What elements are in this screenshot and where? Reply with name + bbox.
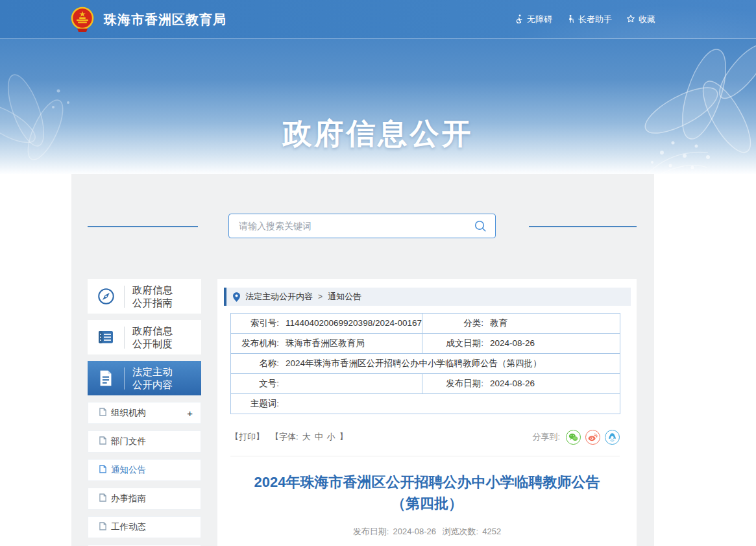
issuing-agency-label: 发布机构: (231, 338, 286, 349)
sub-item-label: 通知公告 (111, 464, 193, 476)
decorative-line-left (88, 226, 198, 227)
meta-views-label: 浏览次数: (443, 527, 479, 536)
elder-assistant-link[interactable]: 长者助手 (567, 14, 612, 25)
document-info-table: 索引号:114404020069920398/2024-00167 分类:教育 … (230, 313, 620, 414)
book-icon (88, 329, 124, 345)
category-label: 分类: (422, 317, 490, 329)
national-emblem-logo (69, 6, 95, 32)
elder-assistant-label: 长者助手 (578, 14, 612, 25)
sidebar-item-system-label: 政府信息 公开制度 (125, 325, 173, 351)
page-icon (99, 493, 106, 504)
sidebar-sub-item-work-updates[interactable]: 工作动态 (88, 516, 201, 538)
sub-item-label: 部门文件 (111, 436, 193, 447)
search-box (228, 214, 496, 238)
name-label: 名称: (231, 358, 286, 369)
sub-item-label: 组织机构 (111, 407, 187, 419)
weibo-icon (588, 433, 598, 441)
main-panel: 政府信息 公开指南 政府信息 公开制度 (71, 174, 654, 546)
sidebar-item-statutory-disclosure[interactable]: 法定主动 公开内容 (88, 361, 201, 395)
search-button[interactable] (473, 219, 487, 233)
print-button[interactable]: 【打印】 (230, 431, 264, 443)
font-small-button[interactable]: 小 (327, 431, 335, 443)
font-size-controls: 【字体: 大 中 小 】 (271, 431, 348, 443)
favorite-link[interactable]: 收藏 (626, 14, 655, 25)
article-toolbar: 【打印】 【字体: 大 中 小 】 分享到: (230, 428, 620, 445)
article-meta: 发布日期:2024-08-26 浏览次数:4252 (217, 526, 637, 538)
sidebar-sub-item-department-documents[interactable]: 部门文件 (88, 430, 201, 453)
article-title-line2: （第四批） (217, 493, 637, 514)
breadcrumb-root-link[interactable]: 法定主动公开内容 (245, 291, 313, 303)
compass-icon (88, 288, 124, 305)
share-qq-button[interactable] (605, 430, 620, 445)
sidebar: 政府信息 公开指南 政府信息 公开制度 (88, 279, 201, 546)
document-icon (88, 369, 124, 387)
breadcrumb: 法定主动公开内容 > 通知公告 (224, 288, 631, 306)
sub-item-label: 工作动态 (111, 521, 193, 533)
wechat-icon (568, 433, 578, 441)
font-medium-button[interactable]: 中 (315, 431, 323, 443)
content-area: 法定主动公开内容 > 通知公告 索引号:114404020069920398/2… (217, 279, 637, 546)
share-label: 分享到: (532, 431, 560, 443)
page-title: 政府信息公开 (0, 114, 756, 153)
written-date-label: 成文日期: (422, 338, 490, 349)
font-label-close: 】 (339, 431, 348, 443)
table-row: 索引号:114404020069920398/2024-00167 分类:教育 (231, 314, 620, 334)
sidebar-item-system[interactable]: 政府信息 公开制度 (88, 320, 201, 354)
decorative-line-right (529, 226, 637, 227)
search-icon (474, 219, 487, 232)
document-number-label: 文号: (231, 378, 286, 390)
share-weibo-button[interactable] (585, 430, 600, 445)
meta-views-count: 4252 (482, 527, 501, 536)
favorite-label: 收藏 (639, 14, 655, 25)
table-row: 名称:2024年珠海市香洲区公开招聘公办中小学临聘教师公告（第四批） (231, 354, 620, 374)
publish-date-label: 发布日期: (422, 378, 490, 390)
site-title: 珠海市香洲区教育局 (104, 0, 226, 39)
sidebar-sub-item-service-guide[interactable]: 办事指南 (88, 488, 201, 510)
name-value: 2024年珠海市香洲区公开招聘公办中小学临聘教师公告（第四批） (286, 358, 542, 368)
page-icon (99, 464, 106, 476)
written-date-value: 2024-08-26 (490, 338, 535, 348)
sidebar-sub-item-organization[interactable]: 组织机构 + (88, 402, 201, 424)
page-icon (99, 407, 106, 419)
flower-decoration-left (0, 52, 123, 174)
share-wechat-button[interactable] (566, 430, 581, 445)
sidebar-item-statutory-label: 法定主动 公开内容 (125, 366, 173, 391)
sub-item-label: 办事指南 (111, 493, 193, 504)
page-icon (99, 521, 106, 533)
expand-plus-icon[interactable]: + (187, 408, 193, 419)
publish-date-value: 2024-08-26 (490, 378, 535, 388)
article-title: 2024年珠海市香洲区公开招聘公办中小学临聘教师公告 （第四批） (217, 471, 637, 514)
content-divider (230, 456, 620, 456)
top-header-bar: 珠海市香洲区教育局 无障碍 长者助手 (0, 0, 756, 39)
search-input[interactable] (238, 220, 473, 232)
page-icon (99, 436, 106, 447)
sidebar-item-guide-label: 政府信息 公开指南 (125, 284, 173, 310)
index-number-label: 索引号: (231, 317, 286, 329)
accessibility-link[interactable]: 无障碍 (515, 14, 552, 25)
breadcrumb-separator: > (318, 292, 323, 301)
share-controls: 分享到: (532, 430, 620, 445)
qq-icon (608, 432, 616, 441)
print-font-controls: 【打印】 【字体: 大 中 小 】 (230, 431, 348, 443)
issuing-agency-value: 珠海市香洲区教育局 (286, 338, 365, 348)
index-number-value: 114404020069920398/2024-00167 (286, 318, 422, 328)
font-large-button[interactable]: 大 (302, 431, 311, 443)
star-icon (626, 14, 635, 25)
table-row: 发布机构:珠海市香洲区教育局 成文日期:2024-08-26 (231, 334, 620, 354)
sidebar-sub-item-notices[interactable]: 通知公告 (88, 459, 201, 481)
accessibility-icon (515, 14, 524, 25)
table-row: 主题词: (231, 394, 620, 414)
table-row: 文号: 发布日期:2024-08-26 (231, 374, 620, 394)
category-value: 教育 (490, 318, 507, 328)
sidebar-item-guide[interactable]: 政府信息 公开指南 (88, 279, 201, 314)
article-title-line1: 2024年珠海市香洲区公开招聘公办中小学临聘教师公告 (217, 471, 637, 493)
page-banner: 政府信息公开 (0, 39, 756, 174)
meta-publish-date: 2024-08-26 (393, 527, 436, 536)
elder-person-icon (567, 14, 575, 25)
keywords-label: 主题词: (231, 398, 286, 410)
meta-publish-label: 发布日期: (353, 527, 389, 536)
flower-decoration-right (548, 39, 756, 174)
breadcrumb-current[interactable]: 通知公告 (328, 291, 361, 303)
accessibility-label: 无障碍 (527, 14, 552, 25)
font-label: 【字体: (271, 431, 299, 443)
